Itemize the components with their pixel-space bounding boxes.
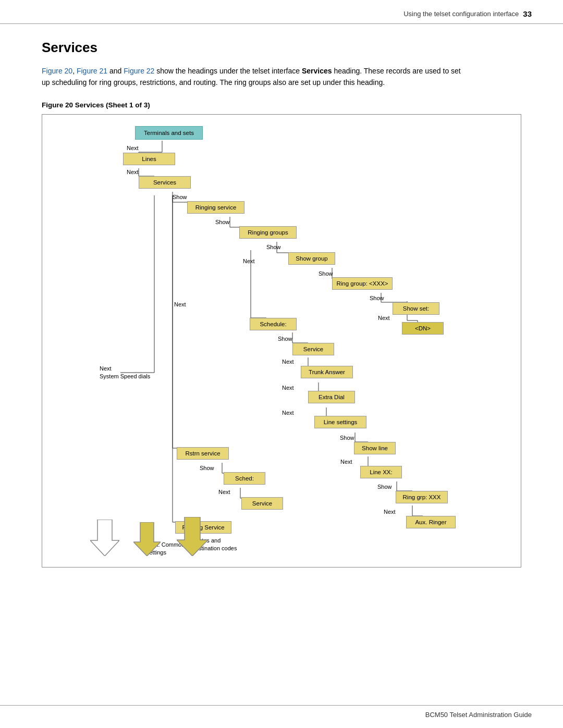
header-breadcrumb: Using the telset configuration interface	[403, 10, 519, 18]
label-next-aux: Next	[384, 509, 396, 515]
label-show-ringgrp: Show	[377, 484, 392, 490]
label-next-sched: Next	[174, 301, 186, 307]
figure20-link[interactable]: Figure 20	[42, 67, 72, 75]
node-ringing-service: Ringing service	[187, 201, 244, 214]
node-rstrn-service: Rstrn service	[177, 447, 229, 460]
label-next-svc2: Next	[218, 489, 230, 495]
arrow-yellow2	[177, 517, 208, 558]
label-next-ring: Next	[378, 315, 390, 321]
section-title: Services	[42, 40, 521, 56]
node-service1: Service	[292, 343, 334, 355]
figure21-link[interactable]: Figure 21	[77, 67, 107, 75]
page-number: 33	[523, 9, 532, 18]
node-line-settings: Line settings	[314, 416, 366, 428]
page-footer: BCM50 Telset Administration Guide	[0, 705, 563, 719]
footer-text: BCM50 Telset Administration Guide	[425, 711, 532, 719]
node-ringing-groups: Ringing groups	[239, 226, 297, 239]
intro-bold: Services	[302, 67, 332, 75]
intro-text1: show the headings under the telset inter…	[156, 67, 302, 75]
node-show-set: Show set:	[393, 302, 439, 315]
svg-marker-67	[177, 517, 208, 556]
label-show2: Show	[215, 219, 230, 225]
node-show-line: Show line	[354, 442, 396, 454]
node-dn: <DN>	[402, 322, 444, 335]
label-show3: Show	[266, 244, 281, 250]
figure-caption: Figure 20 Services (Sheet 1 of 3)	[42, 101, 521, 109]
label-next1: Next	[127, 145, 139, 151]
figure22-link[interactable]: Figure 22	[124, 67, 154, 75]
arrow-yellow1	[133, 522, 161, 558]
node-services: Services	[139, 176, 191, 189]
intro-and: and	[109, 67, 124, 75]
label-next-ringing: Next	[243, 258, 255, 264]
label-show-svc: Show	[278, 336, 292, 342]
label-show-line: Show	[340, 435, 354, 441]
label-show4: Show	[319, 270, 333, 277]
label-show-rstrn: Show	[200, 465, 214, 471]
label-next-trunk: Next	[282, 359, 294, 365]
diagram-container: Terminals and sets Next Lines Next Servi…	[42, 114, 521, 567]
node-trunk-answer: Trunk Answer	[301, 366, 353, 378]
node-line-xx: Line XX:	[360, 466, 402, 478]
svg-marker-66	[133, 522, 161, 556]
node-extra-dial: Extra Dial	[308, 391, 355, 403]
node-lines: Lines	[123, 153, 175, 165]
intro-paragraph: Figure 20, Figure 21 and Figure 22 show …	[42, 65, 469, 89]
page-header: Using the telset configuration interface…	[0, 0, 563, 24]
node-schedule: Schedule:	[250, 318, 297, 330]
node-terminals: Terminals and sets	[135, 126, 203, 140]
label-next-line: Next	[282, 410, 294, 416]
label-next2: Next	[127, 169, 139, 175]
node-ring-grp-xxx: Ring grp: XXX	[396, 491, 448, 503]
label-next-extra: Next	[282, 385, 294, 391]
arrow-white	[90, 520, 119, 558]
label-next-linexx: Next	[340, 459, 352, 465]
main-content: Services Figure 20, Figure 21 and Figure…	[0, 24, 563, 588]
node-ring-group-xxx: Ring group: <XXX>	[332, 277, 393, 290]
label-next-speed: NextSystem Speed dials	[100, 365, 150, 381]
label-show5: Show	[370, 295, 384, 301]
node-aux-ringer: Aux. Ringer	[406, 516, 456, 528]
node-service2: Service	[241, 497, 283, 510]
svg-marker-65	[90, 520, 119, 556]
node-show-group: Show group	[288, 252, 335, 265]
node-sched: Sched:	[224, 472, 265, 485]
label-show1: Show	[173, 194, 187, 200]
